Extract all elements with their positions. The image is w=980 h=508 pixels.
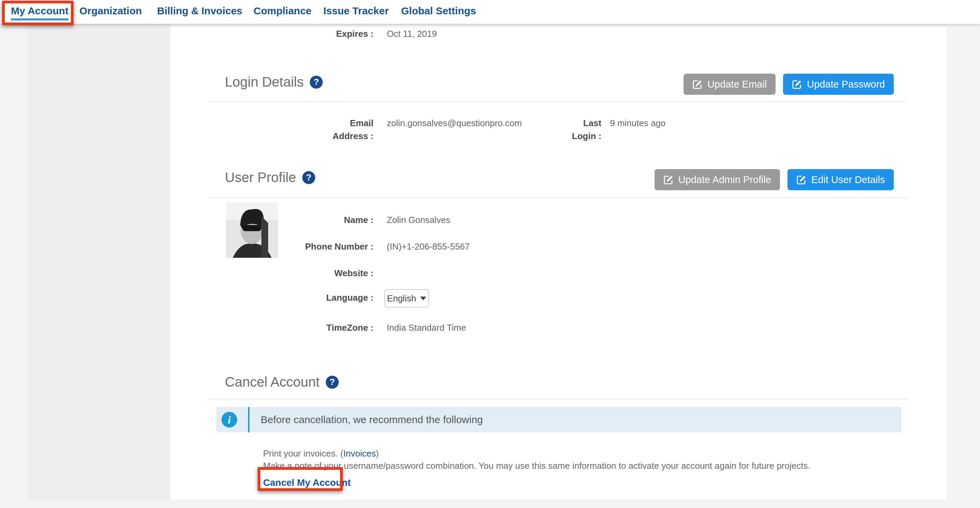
tab-my-account[interactable]: My Account xyxy=(11,5,68,21)
tab-global-settings[interactable]: Global Settings xyxy=(401,5,476,17)
cancel-account-section-title: Cancel Account ? xyxy=(225,374,339,390)
cancel-account-title-text: Cancel Account xyxy=(225,374,320,390)
user-profile-title-text: User Profile xyxy=(225,170,296,185)
edit-icon xyxy=(792,79,802,89)
settings-sidebar xyxy=(27,24,170,500)
name-value: Zolin Gonsalves xyxy=(387,213,450,226)
website-label: Website : xyxy=(217,267,374,280)
cancellation-info-box: i Before cancellation, we recommend the … xyxy=(216,407,901,432)
edit-icon xyxy=(692,79,703,89)
main-content: Expires : Oct 11, 2019 Login Details ? U… xyxy=(170,24,947,500)
language-selected-value: English xyxy=(387,293,416,304)
edit-user-details-button[interactable]: Edit User Details xyxy=(788,169,894,190)
login-details-title-text: Login Details xyxy=(225,74,304,90)
top-navigation-bar: My Account Organization Billing & Invoic… xyxy=(0,0,980,24)
section-divider xyxy=(208,101,907,102)
user-profile-actions: Update Admin Profile Edit User Details xyxy=(655,169,894,190)
print-invoices-text: Print your invoices. (Invoices) xyxy=(263,447,379,460)
update-admin-profile-button[interactable]: Update Admin Profile xyxy=(655,169,780,190)
help-icon[interactable]: ? xyxy=(310,76,323,89)
cancel-my-account-link[interactable]: Cancel My Account xyxy=(263,477,351,488)
edit-icon xyxy=(796,175,807,185)
language-label: Language : xyxy=(217,291,374,304)
user-profile-section-title: User Profile ? xyxy=(225,170,315,185)
expires-value: Oct 11, 2019 xyxy=(387,27,437,40)
language-dropdown[interactable]: English xyxy=(384,289,429,307)
edit-icon xyxy=(663,175,674,185)
my-account-settings-page: My Account Organization Billing & Invoic… xyxy=(0,0,980,508)
info-box-separator xyxy=(248,407,250,432)
update-password-button[interactable]: Update Password xyxy=(783,74,894,95)
tab-organization[interactable]: Organization xyxy=(80,5,142,17)
login-details-section-title: Login Details ? xyxy=(225,74,323,90)
tab-billing-invoices[interactable]: Billing & Invoices xyxy=(157,5,242,17)
login-details-actions: Update Email Update Password xyxy=(684,74,894,95)
section-divider xyxy=(208,197,907,198)
last-login-label: Last Login : xyxy=(445,116,601,143)
update-email-button[interactable]: Update Email xyxy=(684,74,776,95)
tab-issue-tracker[interactable]: Issue Tracker xyxy=(323,5,389,17)
invoices-link[interactable]: Invoices xyxy=(344,448,376,459)
phone-number-label: Phone Number : xyxy=(217,240,374,253)
email-address-label: Email Address : xyxy=(217,116,374,143)
update-email-label: Update Email xyxy=(707,79,767,90)
timezone-label: TimeZone : xyxy=(217,321,374,334)
update-password-label: Update Password xyxy=(807,79,885,90)
last-login-value: 9 minutes ago xyxy=(610,116,665,129)
edit-user-details-label: Edit User Details xyxy=(811,174,885,185)
info-icon: i xyxy=(221,412,237,428)
help-icon[interactable]: ? xyxy=(302,171,315,184)
phone-number-value: (IN)+1-206-855-5567 xyxy=(387,240,470,253)
help-icon[interactable]: ? xyxy=(326,376,339,389)
expires-label: Expires : xyxy=(217,27,374,40)
info-box-heading: Before cancellation, we recommend the fo… xyxy=(261,407,483,432)
section-divider xyxy=(208,399,907,400)
timezone-value: India Standard Time xyxy=(387,321,466,334)
chevron-down-icon xyxy=(420,296,426,300)
username-password-note-text: Make a note of your username/password co… xyxy=(263,460,810,472)
update-admin-profile-label: Update Admin Profile xyxy=(678,174,771,185)
tab-compliance[interactable]: Compliance xyxy=(253,5,312,17)
name-label: Name : xyxy=(217,213,374,226)
